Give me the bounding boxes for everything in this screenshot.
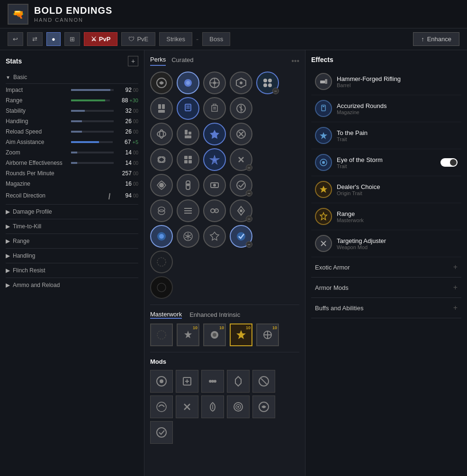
mod-1-2[interactable]	[176, 370, 198, 393]
mod-2-4[interactable]	[227, 395, 250, 418]
perk-6-3[interactable]	[203, 199, 226, 222]
mod-1-4[interactable]	[227, 370, 250, 393]
perk-8-1[interactable]	[150, 251, 173, 273]
mod-3-1[interactable]	[150, 421, 173, 444]
mw-icon-4[interactable]: 10	[256, 323, 279, 346]
perk-6-1[interactable]	[150, 199, 173, 222]
perk-minus4-icon[interactable]: −	[246, 216, 252, 222]
perk-5-1[interactable]	[150, 174, 173, 197]
perk-5-3[interactable]	[203, 174, 226, 197]
tab-masterwork[interactable]: Masterwork	[150, 311, 182, 319]
range-section[interactable]: ▶ Range	[6, 234, 138, 248]
perk-6-2[interactable]	[177, 199, 199, 222]
perk-minus-icon[interactable]: −	[272, 88, 279, 94]
flinch-section[interactable]: ▶ Flinch Resist	[6, 263, 138, 278]
perk-mag-2[interactable]	[177, 97, 199, 120]
tab-enhanced-intrinsic[interactable]: Enhanced Intrinsic	[189, 311, 240, 318]
pve-button[interactable]: 🛡 PvE	[121, 32, 155, 46]
perks-more-icon[interactable]: •••	[291, 57, 299, 65]
weapon-name: BOLD ENDINGS	[34, 5, 112, 16]
flinch-arrow: ▶	[6, 267, 10, 274]
basic-section-toggle[interactable]: ▼ Basic	[6, 71, 138, 84]
perk-7-3[interactable]	[203, 225, 226, 248]
targeting-adjuster-info: Targeting Adjuster Weapon Mod	[337, 237, 458, 250]
perk-t1-4[interactable]	[230, 123, 252, 145]
mod-2-1[interactable]	[150, 395, 173, 418]
pvp-button[interactable]: ⚔ PvP	[84, 32, 118, 46]
effect-accurized[interactable]: Accurized Rounds Magazine	[311, 95, 461, 122]
perk-t2-4[interactable]: −	[230, 148, 252, 171]
mod-2-2[interactable]	[176, 395, 198, 418]
armor-mods-section: Armor Mods +	[311, 278, 461, 298]
enhance-button[interactable]: ↑ Enhance	[413, 32, 459, 46]
range-mw-name: Range	[337, 210, 458, 217]
mod-2-5[interactable]	[252, 395, 275, 418]
mod-2-3[interactable]	[201, 395, 224, 418]
effect-to-the-pain[interactable]: To the Pain Trait	[311, 122, 461, 149]
trait1-icon	[319, 131, 328, 140]
armor-mods-header[interactable]: Armor Mods +	[311, 278, 461, 297]
effect-dealers-choice[interactable]: Dealer's Choice Origin Trait	[311, 176, 461, 203]
compare-button[interactable]: ⇄	[27, 32, 43, 46]
perk-t2-2[interactable]	[177, 148, 199, 171]
eye-of-storm-toggle[interactable]	[440, 158, 458, 167]
effect-eye-of-storm[interactable]: Eye of the Storm Trait	[311, 149, 461, 176]
mod-1-1[interactable]	[150, 370, 173, 393]
mw-icon-1[interactable]: 10	[177, 323, 199, 346]
perk-mag-4[interactable]	[230, 97, 252, 120]
view2-button[interactable]: ⊞	[64, 32, 80, 46]
perk-5-4[interactable]: −	[230, 174, 252, 197]
perk-7-2[interactable]	[177, 225, 199, 248]
view1-button[interactable]: ●	[46, 32, 61, 46]
mod-1-5[interactable]	[252, 370, 275, 393]
strikes-button[interactable]: Strikes	[159, 32, 192, 46]
perk-barrel-2[interactable]	[177, 72, 199, 94]
perk-minus5-icon[interactable]: −	[246, 241, 252, 248]
buffs-abilities-header[interactable]: Buffs and Abilities +	[311, 298, 461, 318]
tab-curated[interactable]: Curated	[171, 56, 193, 65]
handling-section[interactable]: ▶ Handling	[6, 248, 138, 263]
stat-bonus-aim: +5	[132, 139, 138, 145]
mod10-icon	[257, 400, 270, 413]
perk-t1-1[interactable]	[150, 123, 173, 145]
perk-minus3-icon[interactable]: −	[246, 190, 252, 197]
boss-button[interactable]: Boss	[202, 32, 230, 46]
stats-add-button[interactable]: +	[128, 56, 138, 66]
buffs-abilities-expand-icon: +	[453, 304, 458, 312]
stat-edit-reload: 00	[133, 129, 138, 135]
mw4-icon	[262, 329, 273, 341]
perk-barrel-5[interactable]: −	[256, 72, 279, 94]
undo-button[interactable]: ↩	[8, 32, 23, 46]
mw-icon-empty[interactable]	[150, 323, 173, 346]
perk-9-1[interactable]	[150, 276, 173, 299]
tab-perks[interactable]: Perks	[150, 56, 166, 66]
perk-t1-2[interactable]	[177, 123, 199, 145]
perk-mag-3[interactable]	[203, 97, 226, 120]
ttk-section[interactable]: ▶ Time-to-Kill	[6, 219, 138, 234]
perk-barrel-1[interactable]	[150, 72, 173, 94]
perk-7-4[interactable]: −	[230, 225, 252, 248]
effect-range-mw[interactable]: Range Masterwork	[311, 203, 461, 230]
perk-t2-1[interactable]	[150, 148, 173, 171]
barrel4-icon	[235, 77, 247, 89]
effect-targeting-adjuster[interactable]: Targeting Adjuster Weapon Mod	[311, 230, 461, 257]
perk-barrel-3[interactable]	[203, 72, 226, 94]
perk-t1-3[interactable]	[203, 123, 226, 145]
perk-minus2-icon[interactable]: −	[246, 164, 252, 171]
mw-icon-3[interactable]: 10	[230, 323, 252, 346]
perk-6-4[interactable]: −	[230, 199, 252, 222]
mod-1-3[interactable]	[201, 370, 224, 393]
perk-7-1[interactable]	[150, 225, 173, 248]
mod1-icon	[155, 375, 168, 388]
ammo-reload-section[interactable]: ▶ Ammo and Reload	[6, 278, 138, 292]
stat-value-aim: 67	[117, 139, 131, 145]
stat-name-impact: Impact	[6, 87, 67, 93]
exotic-armor-header[interactable]: Exotic Armor +	[311, 257, 461, 277]
mw-icon-2[interactable]: 10	[203, 323, 226, 346]
perk-t2-3[interactable]	[203, 148, 226, 171]
perk-5-2[interactable]	[177, 174, 199, 197]
perk-mag-1[interactable]	[150, 97, 173, 120]
effect-hammer-forged[interactable]: Hammer-Forged Rifling Barrel	[311, 68, 461, 95]
damage-profile-section[interactable]: ▶ Damage Profile	[6, 204, 138, 219]
perk-barrel-4[interactable]	[230, 72, 252, 94]
